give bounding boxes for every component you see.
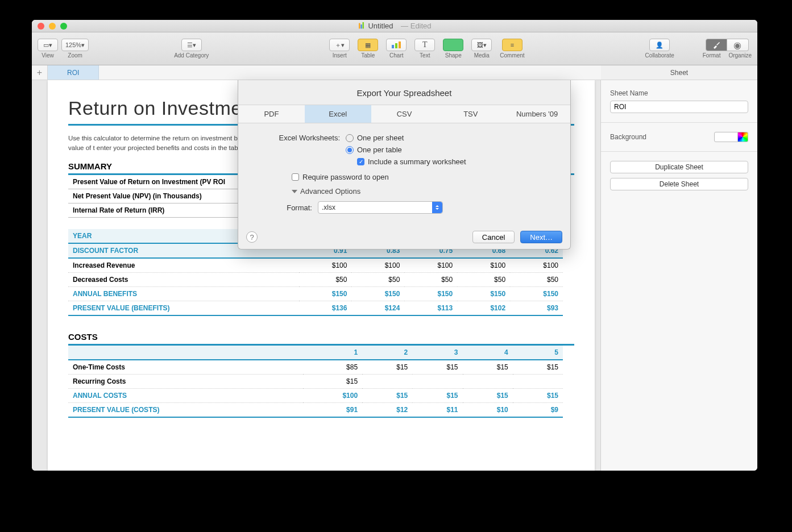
list-icon: ☰▾ — [187, 41, 196, 49]
tab-pdf[interactable]: PDF — [238, 105, 305, 123]
background-label: Background — [610, 133, 646, 141]
tab-csv[interactable]: CSV — [371, 105, 438, 123]
format-organize-segment: ◉ — [706, 39, 749, 51]
minimize-window-button[interactable] — [49, 23, 56, 30]
export-dialog: Export Your Spreadsheet PDF Excel CSV TS… — [238, 80, 571, 250]
tab-tsv[interactable]: TSV — [437, 105, 504, 123]
organize-icon: ◉ — [733, 40, 741, 51]
worksheets-label: Excel Worksheets: — [258, 134, 346, 142]
next-button[interactable]: Next… — [520, 231, 562, 243]
organize-button[interactable]: ◉ — [727, 39, 749, 51]
color-picker-button[interactable] — [738, 132, 748, 142]
inspector-header: Sheet — [601, 65, 757, 80]
media-icon: 🖼▾ — [477, 41, 487, 49]
background-color-swatch[interactable] — [714, 132, 738, 142]
tab-excel[interactable]: Excel — [305, 105, 371, 123]
svg-rect-1 — [360, 24, 362, 28]
shape-icon — [451, 41, 456, 48]
add-category-button[interactable]: ☰▾ — [181, 39, 202, 51]
view-button[interactable]: ▭▾ — [38, 39, 58, 51]
sheet-name-label: Sheet Name — [610, 89, 748, 97]
collaborate-icon: 👤 — [656, 41, 664, 49]
radio-one-per-sheet[interactable] — [346, 134, 354, 142]
text-button[interactable]: T — [414, 39, 435, 51]
inspector-panel: Sheet Sheet Name Background Duplicate Sh… — [600, 80, 757, 471]
costs-heading: COSTS — [68, 332, 574, 346]
media-button[interactable]: 🖼▾ — [471, 39, 492, 51]
export-format-tabs: PDF Excel CSV TSV Numbers '09 — [238, 105, 570, 123]
text-icon: T — [422, 40, 428, 49]
brush-icon — [712, 41, 720, 49]
chart-button[interactable] — [386, 39, 407, 51]
sheet-tab-roi[interactable]: ROI — [48, 65, 99, 80]
sheet-name-input[interactable] — [610, 101, 748, 113]
chart-icon — [391, 41, 401, 48]
comment-icon: ≡ — [511, 41, 514, 48]
svg-rect-3 — [392, 45, 394, 48]
view-icon: ▭▾ — [43, 41, 52, 49]
app-window: Untitled — Edited ▭▾ View 125% ▾ Zoom ☰▾… — [32, 20, 757, 471]
plus-icon: ＋▾ — [335, 41, 345, 49]
format-label: Format: — [284, 203, 318, 212]
tab-numbers09[interactable]: Numbers '09 — [504, 105, 570, 123]
window-title: Untitled — Edited — [358, 22, 431, 30]
help-button[interactable]: ? — [246, 231, 258, 243]
svg-rect-4 — [395, 43, 397, 48]
format-select[interactable]: .xlsx — [318, 201, 443, 214]
add-sheet-button[interactable]: + — [32, 65, 48, 80]
collaborate-button[interactable]: 👤 — [649, 39, 670, 51]
duplicate-sheet-button[interactable]: Duplicate Sheet — [610, 161, 748, 173]
table-icon: ▦ — [365, 41, 371, 49]
disclosure-triangle-icon — [292, 190, 297, 193]
comment-button[interactable]: ≡ — [502, 39, 523, 51]
svg-rect-0 — [359, 23, 360, 29]
advanced-options-disclosure[interactable]: Advanced Options — [292, 187, 551, 196]
svg-rect-5 — [399, 41, 401, 48]
table-button[interactable]: ▦ — [358, 39, 378, 51]
export-title: Export Your Spreadsheet — [238, 80, 570, 105]
document-icon — [358, 22, 365, 30]
fullscreen-window-button[interactable] — [60, 23, 67, 30]
checkbox-include-summary[interactable]: ✓ — [357, 158, 364, 165]
insert-button[interactable]: ＋▾ — [329, 39, 350, 51]
delete-sheet-button[interactable]: Delete Sheet — [610, 178, 748, 190]
toolbar: ▭▾ View 125% ▾ Zoom ☰▾ Add Category ＋▾In… — [32, 32, 757, 65]
checkbox-require-password[interactable] — [292, 173, 299, 181]
costs-table[interactable]: 12345 One-Time Costs$85$15$15$15$15 Recu… — [68, 346, 563, 418]
zoom-dropdown[interactable]: 125% ▾ — [61, 39, 89, 51]
shape-button[interactable] — [443, 39, 463, 51]
svg-rect-2 — [363, 22, 364, 28]
radio-one-per-table[interactable] — [346, 146, 354, 154]
format-button[interactable] — [706, 39, 727, 51]
close-window-button[interactable] — [38, 23, 44, 30]
titlebar: Untitled — Edited — [32, 20, 757, 32]
cancel-button[interactable]: Cancel — [472, 231, 515, 243]
select-arrows-icon — [432, 202, 442, 213]
